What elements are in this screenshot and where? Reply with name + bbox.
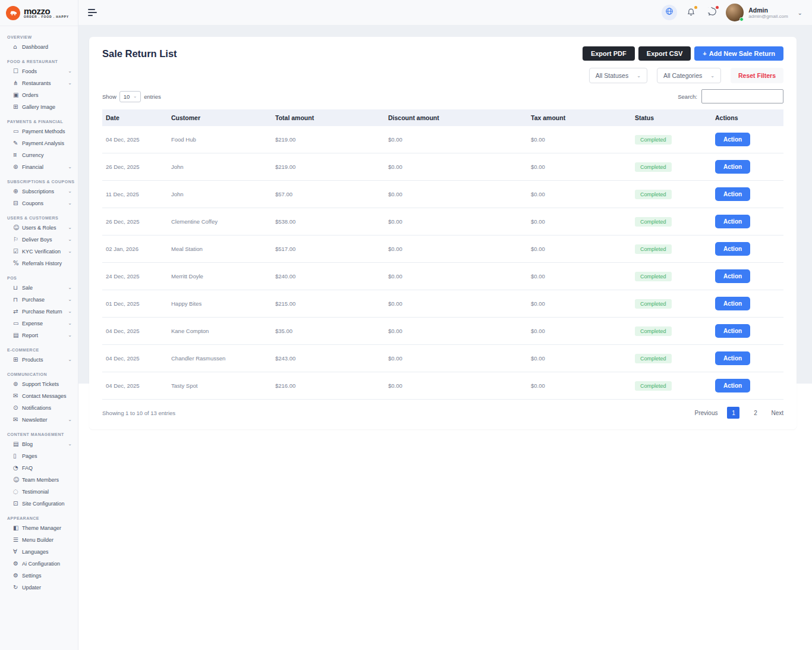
sidebar-item-team-members[interactable]: ☺ Team Members (0, 474, 78, 486)
search-input[interactable] (701, 89, 783, 103)
action-button[interactable]: Action (715, 160, 750, 174)
sidebar-item-contact-messages[interactable]: ✉ Contact Messages (0, 390, 78, 402)
sidebar-item-label: Users & Roles (22, 225, 68, 231)
action-button[interactable]: Action (715, 215, 750, 228)
sidebar-item-updater[interactable]: ↻ Updater (0, 582, 78, 594)
sidebar-item-dashboard[interactable]: ⌂ Dashboard (0, 41, 78, 53)
sidebar-item-support-tickets[interactable]: ⊚ Support Tickets (0, 378, 78, 390)
dashboard-icon: ⌂ (13, 44, 22, 50)
sidebar-item-expense[interactable]: ▭ Expense (0, 318, 78, 329)
action-button[interactable]: Action (715, 187, 750, 201)
sidebar-item-kyc-verification[interactable]: ☑ KYC Verification (0, 246, 78, 258)
column-header-date: Date (102, 109, 168, 126)
action-button[interactable]: Action (715, 379, 750, 392)
action-button[interactable]: Action (715, 133, 750, 146)
messages-button[interactable] (704, 5, 720, 20)
brand-logo[interactable]: mozzo ORDER . FOOD . HAPPY (0, 0, 78, 26)
status-badge: Completed (635, 217, 672, 227)
action-button[interactable]: Action (715, 324, 750, 338)
cell-discount: $0.00 (385, 126, 527, 153)
status-badge: Completed (635, 381, 672, 391)
globe-icon (665, 7, 673, 18)
cell-total: $517.00 (272, 235, 385, 263)
notifications-button[interactable] (683, 5, 698, 20)
ai-configuration-icon: ⚙ (13, 561, 22, 567)
chevron-down-icon (68, 442, 72, 447)
action-button[interactable]: Action (715, 297, 750, 310)
export-pdf-button[interactable]: Export PDF (583, 46, 635, 61)
newsletter-icon: ✉ (13, 417, 22, 423)
page-length-select[interactable]: 10 (119, 91, 141, 102)
page-number-2[interactable]: 2 (749, 407, 761, 419)
support-tickets-icon: ⊚ (13, 381, 22, 387)
sidebar-item-testimonial[interactable]: ◌ Testimonial (0, 486, 78, 498)
cell-date: 01 Dec, 2025 (102, 290, 168, 318)
sidebar-item-financial[interactable]: ⊛ Financial (0, 161, 78, 173)
language-globe-button[interactable] (662, 5, 677, 20)
sidebar-toggle-button[interactable] (88, 9, 99, 16)
users-roles-icon: ☺ (13, 225, 22, 231)
cell-discount: $0.00 (385, 208, 527, 235)
next-page-button[interactable]: Next (771, 410, 783, 416)
sidebar-item-payment-analysis[interactable]: ✎ Payment Analysis (0, 137, 78, 149)
sidebar-item-coupons[interactable]: ⊟ Coupons (0, 197, 78, 209)
sidebar-item-currency[interactable]: ¤ Currency (0, 149, 78, 161)
table-row: 26 Dec, 2025 Clementine Coffey $538.00 $… (102, 208, 783, 235)
sidebar-item-blog[interactable]: ▤ Blog (0, 438, 78, 450)
user-menu[interactable]: Admin admin@gmail.com (726, 4, 802, 21)
sidebar-item-label: Notifications (22, 405, 72, 411)
cell-tax: $0.00 (527, 345, 631, 372)
products-icon: ⊞ (13, 357, 22, 363)
sidebar-item-label: Deliver Boys (22, 237, 68, 243)
add-new-sale-return-button[interactable]: +Add New Sale Return (694, 46, 783, 61)
section-title-food-restaurant: FOOD & RESTAURANT (7, 59, 78, 64)
sidebar-item-label: Currency (22, 152, 72, 158)
sidebar-item-foods[interactable]: ☐ Foods (0, 65, 78, 77)
message-badge-dot (716, 6, 719, 9)
sidebar-item-pages[interactable]: ▯ Pages (0, 450, 78, 462)
sidebar-item-label: Products (22, 357, 68, 363)
reset-filters-button[interactable]: Reset Filters (731, 68, 783, 83)
sidebar-item-site-configuration[interactable]: ⊡ Site Configuration (0, 498, 78, 510)
cell-date: 26 Dec, 2025 (102, 153, 168, 181)
sidebar-item-theme-manager[interactable]: ◧ Theme Manager (0, 522, 78, 534)
status-badge: Completed (635, 162, 672, 172)
sidebar-item-products[interactable]: ⊞ Products (0, 354, 78, 366)
sidebar-item-ai-configuration[interactable]: ⚙ Ai Configuration (0, 558, 78, 570)
sidebar-item-purchase[interactable]: ⊓ Purchase (0, 294, 78, 306)
chevron-down-icon (68, 417, 72, 422)
page-number-1[interactable]: 1 (727, 407, 739, 419)
sidebar-item-payment-methods[interactable]: ▭ Payment Methods (0, 125, 78, 137)
sidebar-item-deliver-boys[interactable]: ⚐ Deliver Boys (0, 234, 78, 246)
sidebar-item-newsletter[interactable]: ✉ Newsletter (0, 414, 78, 426)
action-button[interactable]: Action (715, 269, 750, 283)
sidebar-item-gallery-image[interactable]: ⊞ Gallery Image (0, 101, 78, 113)
sidebar-item-sale[interactable]: ⊔ Sale (0, 282, 78, 294)
sidebar-item-users-roles[interactable]: ☺ Users & Roles (0, 222, 78, 234)
cell-customer: Food Hub (168, 126, 272, 153)
sidebar-item-faq[interactable]: ◔ FAQ (0, 462, 78, 474)
category-filter-select[interactable]: All Categories (657, 68, 721, 83)
export-csv-button[interactable]: Export CSV (638, 46, 691, 61)
sidebar-item-subscriptions[interactable]: ⊕ Subscriptions (0, 186, 78, 197)
notification-badge-dot (694, 6, 697, 9)
sidebar-item-menu-builder[interactable]: ☰ Menu Builder (0, 534, 78, 546)
action-button[interactable]: Action (715, 351, 750, 365)
sidebar-item-report[interactable]: ▤ Report (0, 329, 78, 341)
sidebar-item-referrals-history[interactable]: % Referrals History (0, 258, 78, 269)
status-filter-select[interactable]: All Statuses (589, 68, 647, 83)
topbar: Admin admin@gmail.com (78, 0, 812, 25)
sidebar-item-purchase-return[interactable]: ⇄ Purchase Return (0, 306, 78, 318)
previous-page-button[interactable]: Previous (695, 410, 718, 416)
cell-total: $240.00 (272, 263, 385, 290)
team-members-icon: ☺ (13, 477, 22, 483)
sidebar-item-label: Payment Analysis (22, 140, 72, 146)
sidebar-item-notifications[interactable]: ⊙ Notifications (0, 402, 78, 414)
sale-icon: ⊔ (13, 285, 22, 291)
sidebar-item-restaurants[interactable]: ⋔ Restaurants (0, 77, 78, 89)
sidebar-item-orders[interactable]: ▣ Orders (0, 89, 78, 101)
sidebar-item-settings[interactable]: ⚙ Settings (0, 570, 78, 582)
sidebar-nav: OVERVIEW ⌂ Dashboard FOOD & RESTAURANT ☐… (0, 26, 78, 599)
sidebar-item-languages[interactable]: ∀ Languages (0, 546, 78, 558)
action-button[interactable]: Action (715, 242, 750, 256)
